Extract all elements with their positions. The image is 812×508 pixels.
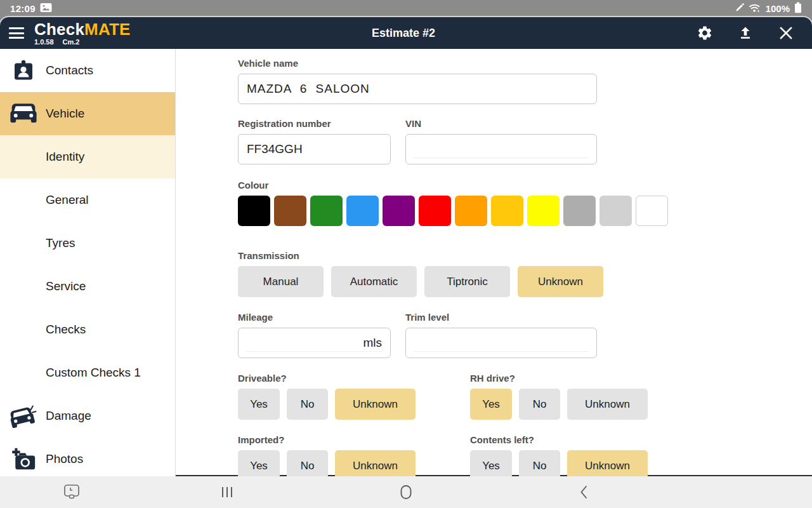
vehicle-name-input[interactable] (247, 82, 588, 96)
swatch-light-gray[interactable] (599, 196, 632, 226)
contents-left-label: Contents left? (470, 434, 648, 445)
sidebar-item-contacts[interactable]: Contacts (0, 49, 175, 92)
clock: 12:09 (10, 3, 36, 14)
driveable-yes-button[interactable]: Yes (238, 389, 280, 420)
pen-icon (735, 3, 744, 15)
imported-no-button[interactable]: No (287, 450, 328, 476)
swatch-blue[interactable] (346, 196, 379, 226)
sidebar-item-custom-checks-1[interactable]: Custom Checks 1 (0, 351, 175, 394)
android-nav-bar (0, 476, 812, 508)
imported-unknown-button[interactable]: Unknown (335, 450, 416, 476)
logo-part2: MATE (84, 20, 131, 39)
app-build: Cm.2 (63, 38, 80, 46)
sidebar-label: Service (46, 279, 86, 293)
trim-level-input[interactable] (414, 336, 588, 350)
swatch-orange[interactable] (455, 196, 487, 226)
app-version: 1.0.58 (34, 38, 54, 46)
driveable-unknown-button[interactable]: Unknown (335, 389, 416, 420)
trim-level-field-box (405, 328, 597, 358)
rh-drive-options: Yes No Unknown (470, 389, 648, 420)
sidebar-label: Checks (46, 323, 86, 337)
driveable-no-button[interactable]: No (287, 389, 328, 420)
mileage-input[interactable] (247, 336, 358, 350)
rh-drive-unknown-button[interactable]: Unknown (567, 389, 648, 420)
contents-left-options: Yes No Unknown (470, 450, 648, 476)
damaged-car-icon (10, 404, 37, 428)
swatch-white[interactable] (636, 196, 668, 226)
sidebar-label: Custom Checks 1 (46, 366, 141, 380)
sidebar-item-service[interactable]: Service (0, 265, 175, 308)
swatch-gold[interactable] (491, 196, 523, 226)
battery-icon (794, 2, 802, 16)
image-thumbnail-icon (40, 3, 52, 15)
app-header: CheckMATE 1.0.58Cm.2 Estimate #2 (0, 17, 812, 49)
imported-yes-button[interactable]: Yes (238, 450, 280, 476)
back-icon[interactable] (565, 476, 603, 508)
transmission-unknown-button[interactable]: Unknown (518, 266, 603, 297)
swatch-brown[interactable] (274, 196, 306, 226)
registration-field-box (238, 134, 391, 164)
swatch-yellow[interactable] (527, 196, 560, 226)
registration-input[interactable] (247, 142, 382, 156)
contents-left-unknown-button[interactable]: Unknown (567, 450, 648, 476)
swatch-red[interactable] (419, 196, 451, 226)
sidebar-item-damage[interactable]: Damage (0, 394, 175, 438)
camera-plus-icon (10, 448, 37, 471)
sidebar-item-tyres[interactable]: Tyres (0, 222, 175, 265)
page-title: Estimate #2 (372, 17, 435, 49)
vin-label: VIN (405, 118, 597, 129)
identity-form: Vehicle name Registration number VIN (176, 49, 812, 476)
status-bar: 12:09 100% (0, 0, 812, 17)
home-icon[interactable] (387, 476, 425, 508)
registration-label: Registration number (238, 118, 405, 129)
battery-percent: 100% (766, 3, 790, 14)
swatch-purple[interactable] (383, 196, 415, 226)
upload-icon[interactable] (736, 23, 755, 43)
sidebar-label: General (46, 193, 89, 207)
rh-drive-label: RH drive? (470, 373, 648, 384)
recents-icon[interactable] (208, 476, 246, 508)
mileage-unit: mls (363, 336, 382, 350)
swatch-green[interactable] (310, 196, 343, 226)
sidebar-label: Identity (46, 150, 84, 164)
trim-level-label: Trim level (405, 312, 597, 323)
rh-drive-no-button[interactable]: No (519, 389, 560, 420)
transmission-options: Manual Automatic Tiptronic Unknown (238, 266, 787, 297)
colour-label: Colour (238, 180, 787, 190)
menu-icon[interactable] (9, 27, 24, 39)
vin-field-box (405, 134, 597, 164)
driveable-options: Yes No Unknown (238, 389, 470, 420)
sidebar: Contacts Vehicle Identity General Tyres (0, 49, 176, 476)
sidebar-item-identity[interactable]: Identity (0, 135, 175, 178)
sidebar-label: Photos (46, 452, 83, 466)
sidebar-item-photos[interactable]: Photos (0, 438, 175, 476)
sidebar-item-vehicle[interactable]: Vehicle (0, 92, 175, 135)
close-icon[interactable] (776, 23, 796, 43)
swatch-gray[interactable] (563, 196, 596, 226)
transmission-automatic-button[interactable]: Automatic (331, 266, 417, 297)
transmission-label: Transmission (238, 250, 787, 261)
vehicle-name-label: Vehicle name (238, 58, 787, 69)
screen-capture-icon[interactable] (53, 476, 91, 508)
contents-left-no-button[interactable]: No (519, 450, 560, 476)
sidebar-label: Damage (46, 409, 91, 423)
sidebar-label: Contacts (46, 64, 93, 77)
swatch-black[interactable] (238, 196, 270, 226)
screen: 12:09 100% (0, 0, 812, 508)
settings-gear-icon[interactable] (695, 23, 714, 43)
sidebar-item-general[interactable]: General (0, 178, 175, 222)
transmission-tiptronic-button[interactable]: Tiptronic (424, 266, 510, 297)
transmission-manual-button[interactable]: Manual (238, 266, 324, 297)
driveable-label: Driveable? (238, 373, 470, 384)
contents-left-yes-button[interactable]: Yes (470, 450, 512, 476)
mileage-label: Mileage (238, 312, 405, 323)
vehicle-name-field-box (238, 74, 597, 104)
sidebar-label: Vehicle (46, 107, 84, 121)
logo-part1: Check (34, 20, 84, 39)
sidebar-label: Tyres (46, 236, 75, 250)
rh-drive-yes-button[interactable]: Yes (470, 389, 512, 420)
vin-input[interactable] (414, 142, 588, 156)
colour-swatch-row (238, 196, 787, 226)
sidebar-item-checks[interactable]: Checks (0, 308, 175, 351)
app-logo: CheckMATE 1.0.58Cm.2 (34, 21, 131, 46)
